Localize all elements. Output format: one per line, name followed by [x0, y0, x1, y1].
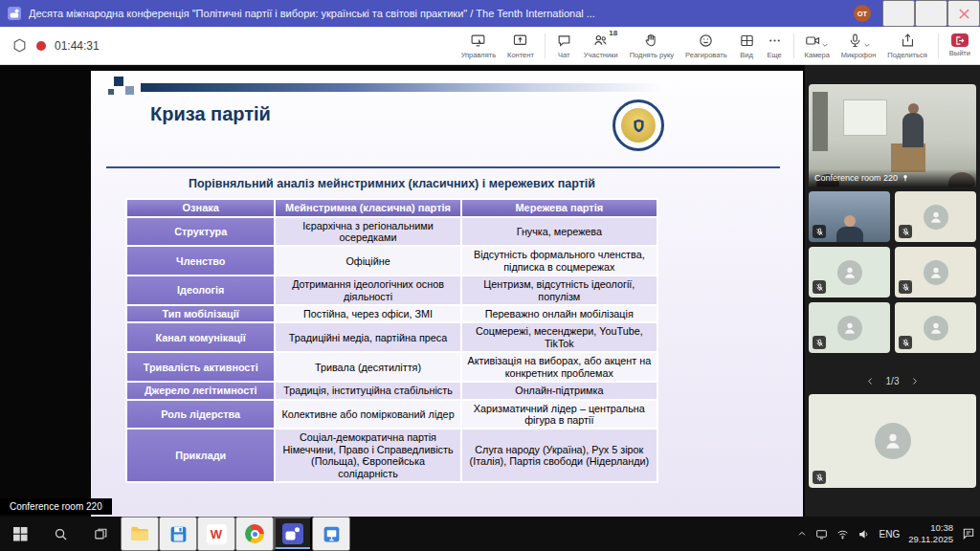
pager-next-button[interactable] [910, 377, 919, 386]
shield-icon [11, 37, 28, 54]
participant-tile[interactable] [809, 247, 890, 298]
participants-icon [592, 33, 609, 49]
mic-muted-icon [815, 283, 824, 292]
camera-button[interactable]: Камера [799, 31, 835, 61]
save-app-icon[interactable] [159, 517, 197, 551]
presenter-silhouette [902, 113, 924, 147]
toolbar-divider [793, 33, 794, 58]
participant-tile[interactable] [895, 302, 976, 353]
view-button[interactable]: Вид [733, 31, 761, 61]
feature-cell: Джерело легітимності [126, 382, 275, 399]
wifi-tray-icon[interactable] [836, 528, 849, 540]
user-avatar[interactable]: OT [854, 5, 871, 22]
volume-tray-icon[interactable] [858, 528, 870, 540]
content-button[interactable]: Контент [501, 31, 540, 61]
participant-silhouette [844, 215, 856, 227]
maximize-icon [927, 10, 936, 18]
raise-hand-button[interactable]: Поднять руку [624, 31, 679, 61]
mic-muted-icon [815, 339, 824, 347]
chrome-icon[interactable] [235, 517, 274, 551]
presentation-app-icon[interactable] [312, 517, 350, 551]
minimize-icon [894, 12, 903, 14]
manage-button[interactable]: Управлять [456, 31, 501, 61]
maximize-button[interactable] [915, 0, 947, 27]
feature-cell: Членство [126, 246, 275, 276]
pager-previous-button[interactable] [866, 377, 875, 386]
action-center-button[interactable] [962, 527, 975, 540]
camera-icon [805, 33, 821, 49]
close-button[interactable] [947, 0, 980, 27]
more-button[interactable]: Еще [761, 31, 789, 61]
share-button[interactable]: Поделиться [881, 31, 932, 61]
pinned-video-tile[interactable]: Conference room 220 [809, 84, 976, 187]
participant-video-tile[interactable] [809, 191, 890, 242]
raise-hand-icon [643, 33, 659, 49]
close-icon [959, 9, 969, 19]
chevron-up-icon [797, 529, 807, 539]
network-tray-icon[interactable] [815, 528, 828, 540]
slide-decoration [108, 89, 114, 95]
table-header: Мережева партія [461, 199, 657, 217]
toolbar-divider [545, 33, 546, 58]
wps-writer-icon[interactable]: W [197, 517, 235, 551]
person-avatar-icon [928, 209, 944, 225]
chat-button[interactable]: Чат [550, 31, 578, 61]
recording-indicator-icon [36, 41, 46, 51]
chat-icon [556, 33, 572, 49]
video-scene [843, 99, 887, 136]
table-cell: Дотримання ідеологічних основ діяльності [275, 276, 460, 305]
task-view-button[interactable] [80, 517, 121, 551]
file-explorer-icon[interactable] [121, 517, 159, 551]
language-indicator[interactable]: ENG [879, 529, 900, 540]
participant-tile-large[interactable] [809, 394, 976, 488]
start-button[interactable] [0, 517, 40, 551]
smiley-icon [698, 33, 714, 49]
comparison-table: Ознака Мейнстримна (класична) партія Мер… [125, 198, 658, 483]
mic-muted-icon [902, 228, 910, 236]
feature-cell: Структура [126, 217, 275, 247]
search-button[interactable] [40, 517, 80, 551]
minimize-button[interactable] [882, 0, 915, 27]
chevron-down-icon [863, 41, 871, 49]
slide-decoration [114, 77, 123, 86]
participants-count-badge: 18 [609, 29, 617, 37]
table-row: Тривалість активностіТривала (десятилітт… [126, 352, 657, 382]
table-cell: Постійна, через офіси, ЗМІ [275, 305, 460, 322]
clock[interactable]: 10:38 29.11.2025 [908, 522, 953, 546]
view-grid-icon [739, 33, 755, 49]
content-icon [512, 33, 528, 49]
teams-taskbar-icon[interactable] [274, 517, 312, 551]
notification-icon [962, 527, 975, 540]
tray-expand-button[interactable] [797, 529, 807, 539]
participant-tile[interactable] [895, 247, 976, 298]
person-avatar-icon [842, 265, 858, 280]
table-cell: Соціал-демократична партія Німеччини, Пр… [275, 429, 460, 482]
microphone-button[interactable]: Микрофон [835, 31, 882, 61]
feature-cell: Ідеологія [126, 276, 275, 305]
monitor-icon [815, 528, 828, 540]
participant-tile[interactable] [895, 191, 976, 242]
participants-grid [809, 191, 976, 353]
table-cell: Колективне або поміркований лідер [275, 400, 460, 430]
participant-tile[interactable] [809, 302, 890, 353]
participants-button[interactable]: 18 Участники [578, 31, 624, 61]
table-cell: Традиція, інституційна стабільність [275, 382, 460, 399]
table-row: ЧленствоОфіційнеВідсутність формального … [126, 246, 657, 276]
tray-time: 10:38 [930, 522, 953, 533]
teams-logo-icon [282, 523, 303, 544]
mic-muted-icon [815, 228, 824, 236]
person-avatar-icon [928, 265, 944, 280]
folder-icon [129, 523, 150, 544]
table-header-row: Ознака Мейнстримна (класична) партія Мер… [126, 199, 657, 217]
shared-screen-stage: Криза партій Порівняльний аналіз мейнстр… [0, 65, 805, 517]
presentation-slide: Криза партій Порівняльний аналіз мейнстр… [91, 71, 803, 517]
react-button[interactable]: Реагировать [679, 31, 733, 61]
meeting-main-area: Криза партій Порівняльний аналіз мейнстр… [0, 65, 980, 517]
table-cell: Центризм, відсутність ідеології, популіз… [461, 276, 657, 305]
university-logo [612, 99, 664, 151]
video-scene [813, 92, 828, 151]
table-cell: Переважно онлайн мобілізація [461, 305, 657, 322]
table-cell: Онлайн-підтримка [461, 382, 657, 399]
leave-button[interactable]: Выйти [944, 32, 976, 59]
pager-label: 1/3 [886, 376, 900, 386]
